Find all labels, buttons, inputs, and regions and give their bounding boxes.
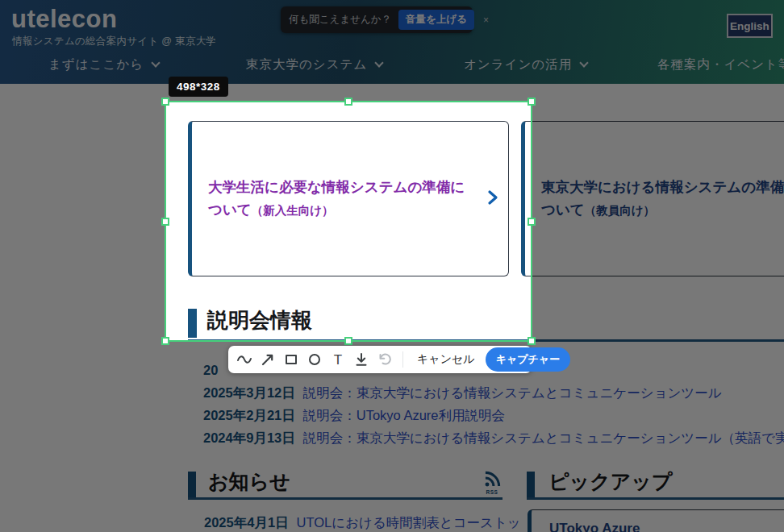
nav-item-online-usage[interactable]: オンラインの活用 [464,56,587,73]
nav-item-start-here[interactable]: まずはここから [48,56,159,73]
resize-handle-middle-right[interactable] [528,218,536,226]
selection-size-label: 498*328 [169,77,228,97]
list-item: 2024年9月13日説明会：東京大学における情報システムとコミュニケーションツー… [203,426,784,449]
news-list-item: 2025年4月1日UTOLにおける時間割表とコーストッ [204,514,521,532]
close-icon[interactable]: × [483,15,489,26]
pickup-card-title: UTokyo Azure [549,521,784,532]
text-icon[interactable]: T [329,351,347,368]
page: utelecon 情報システムの総合案内サイト @ 東京大学 English ま… [0,0,784,532]
chevron-down-icon [151,58,160,67]
ellipse-icon[interactable] [306,351,323,368]
cancel-button[interactable]: キャンセル [417,352,475,367]
resize-handle-bottom-right[interactable] [528,337,536,345]
capture-toolbar: T キャンセル キャプチャー [228,346,532,373]
rectangle-icon[interactable] [282,351,300,368]
language-english-button[interactable]: English [727,14,773,38]
list-item: 2025年3月12日説明会：東京大学における情報システムとコミュニケーションツー… [203,381,784,404]
pickup-card-utokyo-azure[interactable]: UTokyo Azure [528,509,784,532]
capture-button[interactable]: キャプチャー [486,347,571,372]
resize-handle-top-middle[interactable] [344,98,352,106]
sound-toast: 何も聞こえませんか？ 音量を上げる × [281,6,473,33]
section-accent-bar [188,472,196,498]
freehand-icon[interactable] [236,351,253,368]
news-section-heading: お知らせ [208,468,290,495]
resize-handle-bottom-left[interactable] [161,337,169,345]
section-underline [527,497,784,500]
toolbar-divider [402,351,403,368]
list-item: 2025年2月21日説明会：UTokyo Azure利用説明会 [203,404,784,426]
nav-item-utokyo-systems[interactable]: 東京大学のシステム [246,56,382,73]
site-tagline: 情報システムの総合案内サイト @ 東京大学 [12,35,216,48]
nav-item-label: オンラインの活用 [464,56,572,73]
resize-handle-top-left[interactable] [161,98,169,106]
arrow-icon[interactable] [259,351,277,368]
card-link-faculty[interactable]: 東京大学における情報システムの準備について（教員向け） [521,121,784,276]
section-underline [188,497,503,500]
site-logo[interactable]: utelecon [11,5,117,34]
card-title: 東京大学における情報システムの準備について（教員向け） [525,177,784,220]
download-icon[interactable] [352,351,370,368]
pickup-section-heading: ピックアップ [548,468,673,495]
nav-item-label: 各種案内・イベント等 [657,56,784,73]
nav-item-label: まずはここから [48,56,144,73]
raise-volume-button[interactable]: 音量を上げる [398,10,474,30]
rss-label: RSS [482,489,503,495]
rss-icon[interactable]: RSS [482,471,503,495]
chevron-down-icon [375,58,384,67]
resize-handle-bottom-middle[interactable] [344,337,352,345]
undo-icon[interactable] [376,351,394,368]
nav-item-guides-events[interactable]: 各種案内・イベント等 [657,56,784,73]
resize-handle-top-right[interactable] [528,98,536,106]
chevron-down-icon [580,58,589,67]
toast-message: 何も聞こえませんか？ [289,13,391,27]
nav-item-label: 東京大学のシステム [246,56,367,73]
section-accent-bar [527,472,535,498]
capture-selection-region[interactable] [165,101,532,342]
resize-handle-middle-left[interactable] [161,218,169,226]
